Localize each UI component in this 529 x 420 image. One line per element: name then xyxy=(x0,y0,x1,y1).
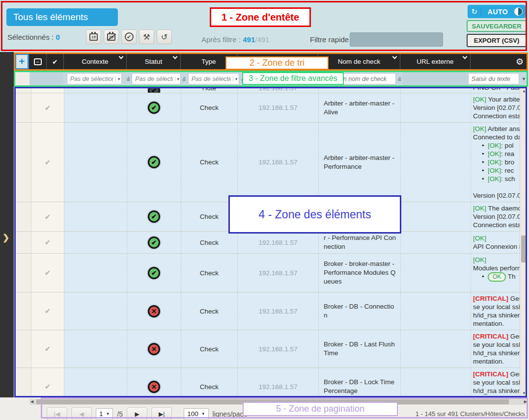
filter-and-separator: & xyxy=(396,76,403,82)
elements-zone: ✔ Hôte 192.168.1.57 PING OK - Packet los… xyxy=(15,87,528,397)
scroll-left-icon[interactable]: ◀ xyxy=(30,399,33,405)
table-row[interactable]: ✔ ✔ Check 192.168.1.57 Arbiter - arbiter… xyxy=(15,123,520,202)
quick-filter-input[interactable] xyxy=(350,32,443,47)
check-circle-icon[interactable]: ✔ xyxy=(121,29,137,44)
table-row[interactable]: ✔ ✕ Check 192.168.1.57 Broker - DB - Con… xyxy=(15,292,520,330)
row-expander-cell[interactable] xyxy=(15,254,31,292)
row-url-cell xyxy=(400,87,471,93)
calendar-15-icon[interactable]: 15 xyxy=(86,29,101,44)
save-button[interactable]: SAUVEGARDER xyxy=(467,20,527,32)
per-page-select[interactable]: 100▼ xyxy=(184,408,208,420)
table-row[interactable]: ✔ ✔ Check 192.168.1.57 Broker - broker-m… xyxy=(15,254,520,292)
scroll-up-icon[interactable]: ▲ xyxy=(520,87,528,95)
filter-selection-cell xyxy=(30,72,63,86)
row-expander-cell[interactable] xyxy=(15,330,31,368)
row-ip-cell: 192.168.1.57 xyxy=(237,254,318,292)
scroll-right-icon[interactable]: ▶ xyxy=(524,399,527,405)
filter-contexte-dropdown[interactable]: Pas de sélection▾ xyxy=(67,73,122,84)
selected-count-value: 0 xyxy=(56,33,59,41)
annotation-label-sort: 2 - Zone de tri xyxy=(225,56,329,70)
row-ip-cell: 192.168.1.57 xyxy=(237,123,318,202)
vertical-scrollbar-thumb[interactable] xyxy=(521,236,527,262)
row-type-cell: Check xyxy=(181,368,237,397)
select-all-icon[interactable]: ✔ xyxy=(47,53,64,70)
after-filter-label: Après filtre : 491/491 xyxy=(201,35,269,44)
row-checkbox[interactable]: ✔ xyxy=(31,123,64,202)
table-row[interactable]: ✔ ✕ Check 192.168.1.57 Broker - DB - Las… xyxy=(15,330,520,368)
table-row[interactable]: ✔ ✔ Check 192.168.1.57 r - Performance A… xyxy=(15,232,520,254)
scroll-down-icon[interactable]: ▼ xyxy=(520,389,528,397)
collapsed-sidebar[interactable]: ❯ xyxy=(0,52,14,420)
row-contexte-cell xyxy=(64,232,127,253)
column-header-contexte[interactable]: Contexte xyxy=(64,53,127,70)
status-icon: ✕ xyxy=(148,381,160,393)
status-icon: ✔ xyxy=(148,156,160,168)
status-icon: ✕ xyxy=(148,305,160,317)
column-header-statut[interactable]: Statut xyxy=(127,53,181,70)
row-output-cell: [OK] Your arbiterVersion [02.07.0Connect… xyxy=(471,93,520,122)
collapse-all-icon[interactable]: – xyxy=(29,53,47,70)
vertical-scrollbar[interactable]: ▲ ▼ xyxy=(520,87,528,397)
calendar-25-crossed-icon[interactable]: 25 xyxy=(104,29,119,44)
column-header-nom-de-check[interactable]: Nom de check xyxy=(318,53,400,70)
chevron-down-icon xyxy=(463,54,468,59)
row-status-cell: ✔ xyxy=(127,202,181,231)
row-expander-cell[interactable] xyxy=(15,87,31,93)
row-expander-cell[interactable] xyxy=(15,202,31,231)
row-expander-cell[interactable] xyxy=(15,123,31,202)
filter-type-dropdown[interactable]: Pas de sélection▾ xyxy=(188,73,239,84)
table-row[interactable]: ✔ Hôte 192.168.1.57 PING OK - Packet los… xyxy=(15,87,520,93)
first-page-button[interactable]: |◀ xyxy=(47,407,67,420)
row-expander-cell[interactable] xyxy=(15,292,31,330)
row-status-cell: ✔ xyxy=(127,254,181,292)
row-checkbox[interactable]: ✔ xyxy=(31,93,64,122)
status-icon: ✔ xyxy=(148,236,160,249)
row-checkbox[interactable]: ✔ xyxy=(31,202,64,231)
export-csv-button[interactable]: EXPORT (CSV) xyxy=(467,34,527,47)
row-ip-cell: 192.168.1.57 xyxy=(237,232,318,253)
table-row[interactable]: ✔ ✔ Check 192.168.1.57 Arbiter - arbiter… xyxy=(15,93,520,123)
chevron-down-icon xyxy=(173,54,178,59)
row-expander-cell[interactable] xyxy=(15,368,31,397)
row-checkbox[interactable]: ✔ xyxy=(31,368,64,397)
sidebar-expand-icon[interactable]: ❯ xyxy=(2,233,9,243)
row-check-name-cell: r - Performance API Connection xyxy=(318,232,400,253)
row-checkbox[interactable]: ✔ xyxy=(31,330,64,368)
row-contexte-cell xyxy=(64,292,127,330)
row-checkbox[interactable]: ✔ xyxy=(31,292,64,330)
row-checkbox[interactable] xyxy=(31,87,64,93)
add-button[interactable]: + xyxy=(15,53,29,70)
row-contexte-cell xyxy=(64,87,127,93)
page-select[interactable]: 1▼ xyxy=(96,408,113,420)
row-expander-cell[interactable] xyxy=(15,93,31,122)
gear-icon[interactable]: ⚙ xyxy=(511,53,528,70)
auto-refresh-toggle[interactable]: ↻ AUTO xyxy=(468,5,526,18)
filter-expander-cell xyxy=(15,72,30,86)
row-contexte-cell xyxy=(64,330,127,368)
row-type-cell: Check xyxy=(181,330,237,368)
row-check-name-cell: Broker - broker-master - Performance Mod… xyxy=(318,254,400,292)
previous-page-button[interactable]: ◀ xyxy=(71,407,92,420)
row-checkbox[interactable]: ✔ xyxy=(31,232,64,253)
annotation-label-header: 1 - Zone d'entête xyxy=(210,7,311,27)
last-page-button[interactable]: ▶| xyxy=(151,407,172,420)
next-page-button[interactable]: ▶ xyxy=(127,407,147,420)
row-status-cell: ✔ xyxy=(127,123,181,202)
group-collapse-chip[interactable] xyxy=(44,87,52,88)
filter-statut-dropdown[interactable]: Pas de sélection▾ xyxy=(132,73,181,84)
filter-collapse-icon[interactable]: ▼ xyxy=(520,77,528,81)
status-icon: ✔ xyxy=(148,102,160,114)
tools-icon[interactable]: ⚒ xyxy=(139,29,154,44)
row-contexte-cell xyxy=(64,93,127,122)
row-checkbox[interactable]: ✔ xyxy=(31,254,64,292)
row-output-cell: [CRITICAL] Genese your local sshh/id_rsa… xyxy=(471,368,520,397)
row-expander-cell[interactable] xyxy=(15,232,31,253)
undo-icon[interactable]: ↺ xyxy=(157,29,172,44)
filter-text-input[interactable] xyxy=(468,73,519,84)
row-ip-cell: 192.168.1.57 xyxy=(237,292,318,330)
pagination-controls: |◀ ◀ 1▼ /5 ▶ ▶| 100▼ lignes/page xyxy=(47,407,248,420)
annotation-label-elements: 4 - Zone des éléments xyxy=(228,195,401,234)
column-header-url-externe[interactable]: URL externe xyxy=(400,53,471,70)
all-elements-button[interactable]: Tous les éléments xyxy=(6,8,118,26)
table-row[interactable]: ✔ ✕ Check 192.168.1.57 Broker - DB - Loc… xyxy=(15,368,520,397)
